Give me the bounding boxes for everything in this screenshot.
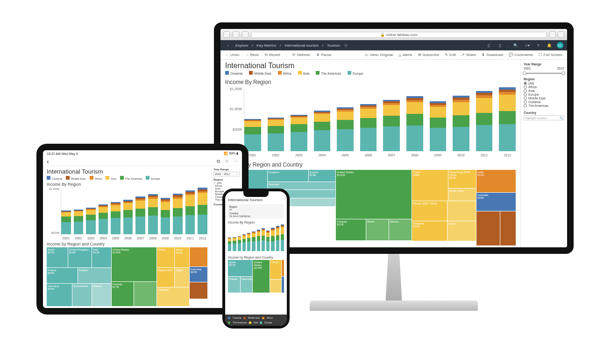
redo-button[interactable]: → Redo xyxy=(245,53,259,57)
year-range-dropdown[interactable]: 2001 - 2012↔ xyxy=(213,172,240,176)
monitor-base xyxy=(310,301,478,311)
back-icon[interactable]: ‹ xyxy=(224,42,232,49)
subscribe-button[interactable]: ✉ Subscribe xyxy=(418,53,440,57)
favorite-star-icon[interactable]: ☆ xyxy=(225,159,229,164)
legend-tablet: Oceania Middle East Africa Asia The Amer… xyxy=(47,176,207,180)
income-by-region-chart[interactable]: $1,200B$1,000B $800B$600B 20012002200320… xyxy=(225,87,516,158)
treemap-phone[interactable]: Spain$57BFranceGermanyUnited States$145B… xyxy=(228,260,284,293)
dashboard-title: International Tourism xyxy=(225,62,516,70)
region-option[interactable]: Middle East xyxy=(524,97,564,100)
breadcrumb[interactable]: Explore xyxy=(235,43,248,48)
treemap-title: Income by Region and Country xyxy=(225,161,516,168)
comments-button[interactable]: 💬 Comments xyxy=(509,53,533,57)
ipad-navbar: ‹ ⧉ ☆ ⋯ xyxy=(43,157,242,166)
region-option[interactable]: Africa xyxy=(524,85,564,89)
filter-icon[interactable]: ▯ xyxy=(485,42,492,49)
filter-card-phone[interactable]: Region All Country No items highlighted xyxy=(228,204,284,219)
country-highlight-input[interactable]: Highlight Country🔍 xyxy=(524,115,564,120)
view-button[interactable]: ▭ View: Original xyxy=(365,53,393,57)
year-range-label: Year Range xyxy=(524,63,564,66)
ipad-status-bar: 10:37 AM Wed May 8 📶 90% ▮ xyxy=(43,150,242,157)
income-chart-phone[interactable] xyxy=(225,225,287,255)
tableau-header: ‹ Explore/ Key Metrics/ International to… xyxy=(220,40,567,50)
search-icon: 🔍 xyxy=(560,116,563,119)
region-option[interactable]: Europe xyxy=(524,93,564,96)
filters-icon[interactable]: ⧉ xyxy=(217,159,220,164)
breadcrumb[interactable]: International tourism xyxy=(284,43,318,48)
year-range-slider[interactable] xyxy=(525,73,563,74)
favorite-star-icon[interactable]: ☆ xyxy=(344,43,348,48)
browser-forward-button[interactable] xyxy=(233,31,239,38)
region-filter-label: Region xyxy=(524,77,564,81)
chart-title-phone: Income By Region xyxy=(225,220,287,225)
device-icon[interactable]: ▯ xyxy=(496,42,504,49)
legend: Oceania Middle East Africa Asia The Amer… xyxy=(225,71,516,75)
treemap-tablet[interactable]: Spain$57BUnited Kingdom$40BItaly$41BFran… xyxy=(47,247,207,306)
monitor-stand xyxy=(366,254,422,305)
revert-button[interactable]: ⟲ Revert xyxy=(264,53,280,57)
region-option-all[interactable]: (All) xyxy=(524,82,564,85)
filter-panel: Year Range 20012012 Region (All) Africa … xyxy=(520,60,567,247)
chart-title: Income By Region xyxy=(225,79,516,85)
region-option[interactable]: Asia xyxy=(524,89,564,92)
search-icon[interactable]: 🔍 xyxy=(512,42,519,49)
treemap-title-tablet: Income by Region and Country xyxy=(47,242,207,246)
phone-notch xyxy=(243,191,269,197)
back-button[interactable]: ‹ xyxy=(47,158,49,165)
more-icon[interactable]: ⋯ xyxy=(234,159,238,164)
favorites-dropdown-icon[interactable]: ☆▾ xyxy=(523,42,531,49)
avatar[interactable]: EC xyxy=(557,42,563,49)
tablet-screen: 10:37 AM Wed May 8 📶 90% ▮ ‹ ⧉ ☆ ⋯ Inter… xyxy=(43,150,242,308)
browser-address-bar[interactable]: 🔒 online.tableau.com xyxy=(251,32,547,38)
dashboard-title-tablet: International Tourism xyxy=(47,168,207,175)
pause-button[interactable]: ⏸ Pause xyxy=(316,53,332,57)
undo-button[interactable]: ← Undo xyxy=(225,53,239,57)
income-chart-tablet[interactable]: $1,000B$500B 200120022003200420052006200… xyxy=(47,188,207,240)
breadcrumb[interactable]: Key Metrics xyxy=(256,43,276,48)
breadcrumb[interactable]: Tourism xyxy=(327,43,340,48)
browser-tabs-button[interactable] xyxy=(558,31,564,38)
region-option[interactable]: The Americas xyxy=(524,104,564,107)
edit-button[interactable]: ✎ Edit xyxy=(445,53,456,57)
tableau-toolbar: ← Undo → Redo ⟲ Revert | ⟳ Refresh ⏸ Pau… xyxy=(220,50,567,60)
browser-sidebar-button[interactable] xyxy=(242,31,249,38)
region-option[interactable]: Oceania xyxy=(524,100,564,104)
share-button[interactable]: ↗ Share xyxy=(462,53,476,57)
country-filter-label: Country xyxy=(524,111,564,114)
phone-screen: International Tourism Region All Country… xyxy=(225,191,287,326)
chart-title-tablet: Income By Region xyxy=(47,182,207,187)
tablet: 10:37 AM Wed May 8 📶 90% ▮ ‹ ⧉ ☆ ⋯ Inter… xyxy=(36,144,249,315)
year-label-tablet: Year Range xyxy=(213,168,240,171)
notifications-icon[interactable]: 🔔 xyxy=(546,42,553,49)
fullscreen-button[interactable]: ⛶ Full Screen xyxy=(539,53,562,57)
refresh-button[interactable]: ⟳ Refresh xyxy=(292,53,310,57)
download-button[interactable]: ⬇ Download xyxy=(482,53,503,57)
legend-phone: Oceania Middle East Africa The Americas … xyxy=(225,315,287,326)
alerts-button[interactable]: △ Alerts xyxy=(398,53,412,57)
browser-chrome: 🔒 online.tableau.com xyxy=(220,29,567,40)
help-icon[interactable]: ? xyxy=(534,42,542,49)
browser-back-button[interactable] xyxy=(223,31,230,38)
browser-share-button[interactable] xyxy=(549,31,556,38)
region-option[interactable]: ✓ (All) xyxy=(213,181,240,184)
phone: International Tourism Region All Country… xyxy=(222,189,290,329)
region-filter-list: (All) Africa Asia Europe Middle East Oce… xyxy=(524,82,564,107)
treemap-title-phone: Income by Region and Country xyxy=(225,255,287,260)
